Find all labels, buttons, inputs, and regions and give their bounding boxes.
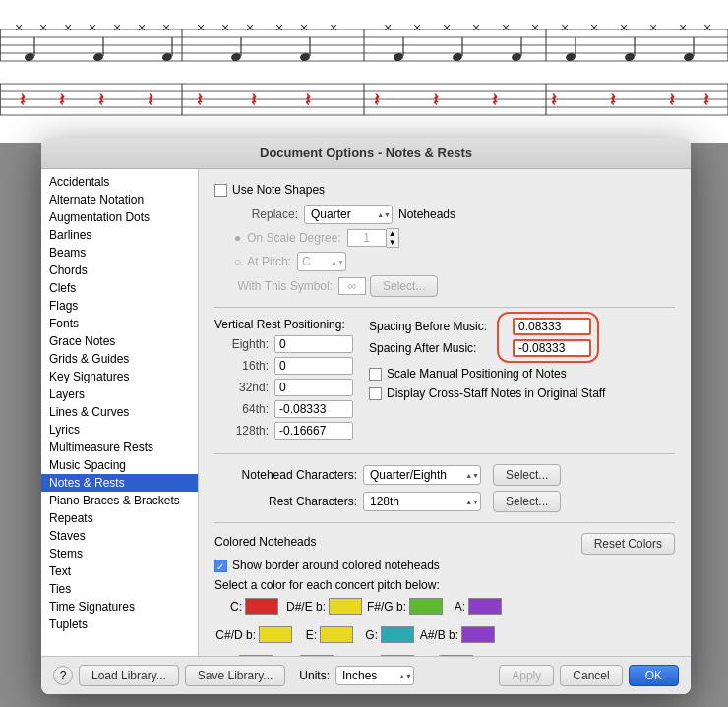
g-swatch[interactable] bbox=[381, 626, 414, 643]
thirtysecond-label: 32nd: bbox=[214, 381, 269, 394]
sixtyfourth-input[interactable] bbox=[274, 400, 353, 418]
sidebar-item-fonts[interactable]: Fonts bbox=[41, 315, 198, 332]
a-swatch[interactable] bbox=[468, 598, 502, 615]
apply-button[interactable]: Apply bbox=[499, 665, 554, 686]
scale-degree-field[interactable] bbox=[347, 229, 387, 247]
sidebar-item-alternate-notation[interactable]: Alternate Notation bbox=[41, 191, 198, 208]
sidebar-item-clefs[interactable]: Clefs bbox=[41, 279, 198, 297]
pitch-select[interactable]: C ▲▼ bbox=[297, 252, 346, 271]
cancel-button[interactable]: Cancel bbox=[560, 665, 622, 686]
f-swatch[interactable] bbox=[300, 655, 334, 656]
ok-button[interactable]: OK bbox=[629, 665, 679, 686]
svg-text:𝄽: 𝄽 bbox=[148, 93, 153, 106]
spacing-after-label: Spacing After Music: bbox=[369, 341, 507, 355]
scale-degree-stepper[interactable]: ▲ ▼ bbox=[387, 228, 399, 248]
show-border-checkbox[interactable]: ✓ bbox=[214, 560, 227, 572]
svg-text:𝄽: 𝄽 bbox=[98, 93, 104, 106]
sidebar-item-music-spacing[interactable]: Music Spacing bbox=[41, 456, 198, 474]
rest-label: Rest Characters: bbox=[214, 495, 357, 508]
scale-manual-checkbox[interactable] bbox=[369, 368, 382, 381]
e-swatch[interactable] bbox=[320, 626, 353, 643]
help-button[interactable]: ? bbox=[53, 666, 73, 685]
replace-label: Replace: bbox=[234, 207, 298, 221]
onetwentyeighth-input[interactable] bbox=[274, 422, 353, 440]
spacing-after-input[interactable] bbox=[513, 339, 591, 357]
c-swatch[interactable] bbox=[245, 598, 278, 615]
svg-text:𝄽: 𝄽 bbox=[251, 93, 257, 106]
sidebar-item-grids-and-guides[interactable]: Grids & Guides bbox=[41, 350, 198, 368]
svg-text:×: × bbox=[413, 20, 421, 35]
sidebar-item-layers[interactable]: Layers bbox=[41, 385, 198, 403]
units-label: Units: bbox=[299, 669, 330, 682]
sidebar-item-accidentals[interactable]: Accidentals bbox=[41, 173, 198, 191]
replace-select[interactable]: Quarter ▲▼ bbox=[304, 205, 393, 224]
colored-noteheads-title: Colored Noteheads bbox=[214, 535, 316, 549]
sidebar-item-piano-braces-and-brackets[interactable]: Piano Braces & Brackets bbox=[41, 492, 198, 509]
dsharp-swatch[interactable] bbox=[329, 598, 362, 615]
save-library-button[interactable]: Save Library... bbox=[185, 665, 285, 686]
spacing-before-input[interactable] bbox=[513, 318, 591, 335]
svg-text:×: × bbox=[330, 20, 337, 35]
svg-text:×: × bbox=[649, 20, 657, 35]
units-select[interactable]: Inches ▲▼ bbox=[335, 666, 414, 685]
notehead-characters-row: Notehead Characters: Quarter/Eighth ▲▼ S… bbox=[214, 464, 675, 486]
at-pitch-label: At Pitch: bbox=[247, 255, 291, 268]
eighth-input[interactable] bbox=[274, 335, 353, 353]
sidebar-item-grace-notes[interactable]: Grace Notes bbox=[41, 332, 198, 350]
load-library-button[interactable]: Load Library... bbox=[79, 665, 179, 686]
sidebar-item-repeats[interactable]: Repeats bbox=[41, 509, 198, 527]
display-cross-checkbox[interactable] bbox=[369, 387, 382, 400]
sidebar-item-time-signatures[interactable]: Time Signatures bbox=[41, 598, 198, 616]
fsharp-swatch[interactable] bbox=[409, 598, 443, 615]
svg-text:×: × bbox=[89, 20, 96, 35]
asharp-swatch[interactable] bbox=[461, 626, 495, 643]
use-note-shapes-checkbox[interactable] bbox=[214, 184, 227, 197]
sidebar-item-staves[interactable]: Staves bbox=[41, 527, 198, 545]
rest-select[interactable]: 128th ▲▼ bbox=[363, 492, 481, 511]
svg-text:×: × bbox=[620, 20, 628, 35]
symbol-field[interactable] bbox=[338, 277, 366, 295]
sidebar-item-ties[interactable]: Ties bbox=[41, 580, 198, 598]
scale-degree-input[interactable]: ▲ ▼ bbox=[347, 228, 399, 248]
notehead-select[interactable]: Quarter/Eighth ▲▼ bbox=[363, 465, 481, 485]
sidebar-item-stems[interactable]: Stems bbox=[41, 545, 198, 562]
dialog: Document Options - Notes & Rests Acciden… bbox=[41, 138, 691, 694]
main-content: Use Note Shapes Replace: Quarter ▲▼ Note… bbox=[199, 169, 691, 656]
d-swatch[interactable] bbox=[239, 655, 273, 656]
sidebar-item-chords[interactable]: Chords bbox=[41, 262, 198, 279]
sidebar-item-flags[interactable]: Flags bbox=[41, 297, 198, 315]
on-scale-degree-radio: ● bbox=[234, 231, 241, 245]
gsharp-swatch[interactable] bbox=[381, 655, 414, 656]
sixteenth-label: 16th: bbox=[214, 359, 269, 373]
sidebar-item-augmentation-dots[interactable]: Augmentation Dots bbox=[41, 208, 198, 226]
vrest-title: Vertical Rest Positioning: bbox=[214, 318, 353, 331]
b-swatch[interactable] bbox=[440, 655, 473, 656]
sidebar-item-notes-and-rests[interactable]: Notes & Rests bbox=[41, 474, 198, 492]
svg-text:×: × bbox=[162, 20, 170, 35]
sidebar-item-tuplets[interactable]: Tuplets bbox=[41, 616, 198, 633]
notehead-select-button[interactable]: Select... bbox=[493, 464, 561, 486]
reset-colors-button[interactable]: Reset Colors bbox=[581, 533, 675, 555]
vertical-rest-section: Vertical Rest Positioning: Eighth: 16th:… bbox=[214, 318, 353, 443]
footer-left: ? Load Library... Save Library... Units:… bbox=[53, 665, 414, 686]
sidebar-item-multimeasure-rests[interactable]: Multimeasure Rests bbox=[41, 439, 198, 456]
csharp-swatch[interactable] bbox=[259, 626, 292, 643]
notehead-label: Notehead Characters: bbox=[214, 468, 357, 482]
sidebar-item-beams[interactable]: Beams bbox=[41, 244, 198, 262]
svg-text:𝄽: 𝄽 bbox=[305, 93, 311, 106]
svg-text:×: × bbox=[39, 20, 47, 35]
select-symbol-button[interactable]: Select... bbox=[370, 275, 438, 297]
sidebar-item-barlines[interactable]: Barlines bbox=[41, 226, 198, 244]
svg-text:𝄽: 𝄽 bbox=[492, 93, 498, 106]
svg-text:×: × bbox=[197, 20, 205, 35]
sidebar-item-text[interactable]: Text bbox=[41, 562, 198, 580]
sidebar-item-lines-and-curves[interactable]: Lines & Curves bbox=[41, 403, 198, 421]
thirtysecond-input[interactable] bbox=[274, 379, 353, 396]
sidebar-item-key-signatures[interactable]: Key Signatures bbox=[41, 368, 198, 385]
use-note-shapes-label[interactable]: Use Note Shapes bbox=[214, 183, 325, 197]
rest-select-button[interactable]: Select... bbox=[493, 491, 561, 512]
footer-right: Apply Cancel OK bbox=[499, 665, 679, 686]
sixteenth-input[interactable] bbox=[274, 357, 353, 375]
sidebar-item-lyrics[interactable]: Lyrics bbox=[41, 421, 198, 439]
color-rows: C: D#/E b: F#/G b: A: C#/D b: E: bbox=[214, 598, 675, 656]
